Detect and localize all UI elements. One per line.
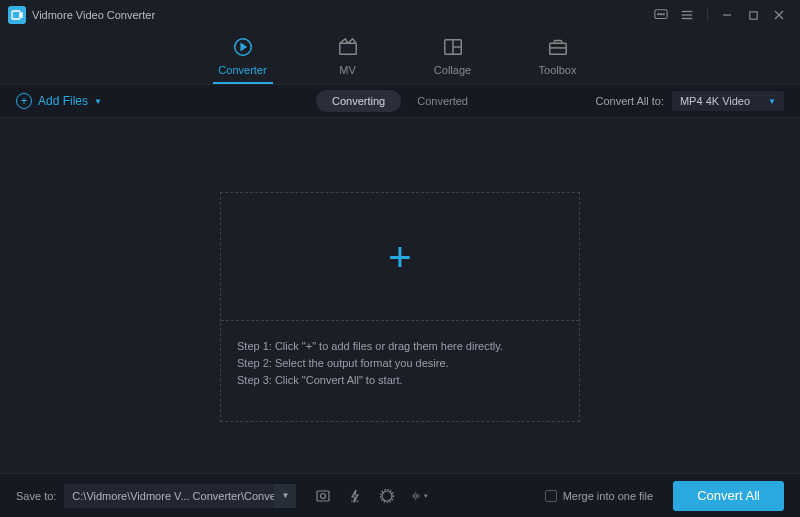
instructions: Step 1: Click "+" to add files or drag t… (221, 321, 579, 405)
high-speed-icon[interactable] (378, 487, 396, 505)
chevron-down-icon: ▼ (94, 97, 102, 106)
menu-icon[interactable] (674, 2, 700, 28)
svg-rect-17 (549, 43, 566, 54)
step-text: Step 3: Click "Convert All" to start. (237, 374, 563, 386)
tab-label: Converter (218, 64, 266, 76)
svg-point-22 (382, 491, 392, 501)
svg-rect-19 (317, 491, 329, 501)
svg-point-20 (321, 493, 326, 498)
converter-icon (232, 36, 254, 58)
merge-label: Merge into one file (563, 490, 654, 502)
maximize-button[interactable] (740, 2, 766, 28)
checkbox-icon (545, 490, 557, 502)
add-plus-icon[interactable]: + (388, 237, 411, 277)
save-path-box: C:\Vidmore\Vidmore V... Converter\Conver… (64, 484, 296, 508)
gpu-accel-icon[interactable]: OFF (346, 487, 364, 505)
add-files-label: Add Files (38, 94, 88, 108)
collage-icon (442, 36, 464, 58)
feedback-icon[interactable] (648, 2, 674, 28)
save-path-input[interactable]: C:\Vidmore\Vidmore V... Converter\Conver… (64, 484, 274, 508)
tab-mv[interactable]: MV (318, 36, 378, 84)
convert-all-to: Convert All to: MP4 4K Video ▼ (595, 91, 784, 111)
tab-label: Toolbox (539, 64, 577, 76)
svg-point-24 (414, 494, 417, 497)
toolbox-icon (547, 36, 569, 58)
tab-converting[interactable]: Converting (316, 90, 401, 112)
open-folder-icon[interactable] (314, 487, 332, 505)
divider (700, 2, 714, 28)
sub-toolbar: + Add Files ▼ Converting Converted Conve… (0, 84, 800, 118)
tab-toolbox[interactable]: Toolbox (528, 36, 588, 84)
add-files-button[interactable]: + Add Files ▼ (16, 93, 102, 109)
save-path-dropdown[interactable]: ▼ (274, 484, 296, 508)
format-select[interactable]: MP4 4K Video ▼ (672, 91, 784, 111)
step-text: Step 2: Select the output format you des… (237, 357, 563, 369)
svg-point-4 (663, 14, 664, 15)
main-tabs: Converter MV Collage Toolbox (0, 30, 800, 84)
minimize-button[interactable] (714, 2, 740, 28)
tab-converter[interactable]: Converter (213, 36, 273, 84)
merge-checkbox[interactable]: Merge into one file (545, 490, 654, 502)
settings-icon[interactable]: ▾ (410, 487, 428, 505)
tab-collage[interactable]: Collage (423, 36, 483, 84)
svg-rect-9 (749, 11, 756, 18)
convert-all-button[interactable]: Convert All (673, 481, 784, 511)
svg-text:OFF: OFF (351, 499, 360, 504)
plus-circle-icon: + (16, 93, 32, 109)
drop-zone[interactable]: + Step 1: Click "+" to add files or drag… (220, 192, 580, 422)
svg-point-2 (658, 14, 659, 15)
app-title: Vidmore Video Converter (32, 9, 155, 21)
mv-icon (337, 36, 359, 58)
chevron-down-icon: ▼ (768, 97, 776, 106)
tab-converted[interactable]: Converted (401, 90, 484, 112)
format-value: MP4 4K Video (680, 95, 750, 107)
save-to-label: Save to: (16, 490, 56, 502)
close-button[interactable] (766, 2, 792, 28)
svg-point-3 (660, 14, 661, 15)
footer: Save to: C:\Vidmore\Vidmore V... Convert… (0, 473, 800, 517)
titlebar: Vidmore Video Converter (0, 0, 800, 30)
tab-label: MV (339, 64, 356, 76)
state-tabs: Converting Converted (316, 90, 484, 112)
svg-rect-0 (12, 11, 20, 19)
content-area: + Step 1: Click "+" to add files or drag… (0, 118, 800, 496)
footer-tools: OFF ▾ (314, 487, 428, 505)
svg-rect-13 (339, 43, 356, 54)
tab-label: Collage (434, 64, 471, 76)
app-logo (8, 6, 26, 24)
drop-zone-top: + (221, 193, 579, 321)
convert-all-to-label: Convert All to: (595, 95, 663, 107)
step-text: Step 1: Click "+" to add files or drag t… (237, 340, 563, 352)
